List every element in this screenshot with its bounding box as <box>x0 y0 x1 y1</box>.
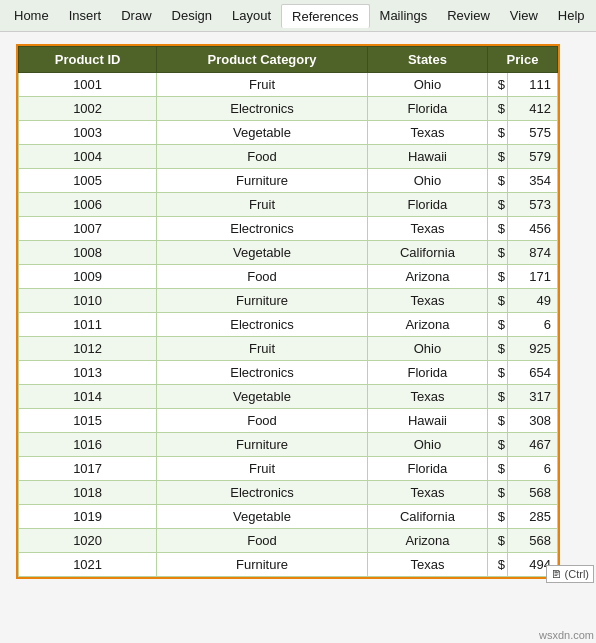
cell-product-category: Furniture <box>157 169 368 193</box>
cell-product-category: Electronics <box>157 97 368 121</box>
cell-product-category: Electronics <box>157 217 368 241</box>
cell-dollar-sign: $ <box>488 337 508 361</box>
cell-product-id: 1019 <box>19 505 157 529</box>
cell-product-id: 1017 <box>19 457 157 481</box>
menu-mailings[interactable]: Mailings <box>370 4 438 27</box>
cell-product-id: 1021 <box>19 553 157 577</box>
cell-state: Texas <box>367 481 487 505</box>
cell-state: Texas <box>367 385 487 409</box>
cell-dollar-sign: $ <box>488 385 508 409</box>
table-row: 1016FurnitureOhio$467 <box>19 433 558 457</box>
cell-product-category: Fruit <box>157 457 368 481</box>
cell-price-value: 111 <box>508 73 558 97</box>
cell-product-id: 1016 <box>19 433 157 457</box>
menu-help[interactable]: Help <box>548 4 595 27</box>
cell-product-id: 1001 <box>19 73 157 97</box>
table-row: 1013ElectronicsFlorida$654 <box>19 361 558 385</box>
cell-dollar-sign: $ <box>488 97 508 121</box>
cell-product-category: Electronics <box>157 313 368 337</box>
cell-product-id: 1011 <box>19 313 157 337</box>
table-row: 1006FruitFlorida$573 <box>19 193 558 217</box>
cell-product-category: Vegetable <box>157 385 368 409</box>
cell-dollar-sign: $ <box>488 169 508 193</box>
cell-product-category: Food <box>157 145 368 169</box>
cell-product-category: Fruit <box>157 337 368 361</box>
menu-review[interactable]: Review <box>437 4 500 27</box>
cell-price-value: 49 <box>508 289 558 313</box>
cell-product-id: 1007 <box>19 217 157 241</box>
table-row: 1011ElectronicsArizona$6 <box>19 313 558 337</box>
cell-price-value: 412 <box>508 97 558 121</box>
cell-dollar-sign: $ <box>488 73 508 97</box>
cell-product-id: 1012 <box>19 337 157 361</box>
cell-dollar-sign: $ <box>488 193 508 217</box>
cell-product-category: Furniture <box>157 433 368 457</box>
cell-price-value: 654 <box>508 361 558 385</box>
cell-price-value: 467 <box>508 433 558 457</box>
table-row: 1002ElectronicsFlorida$412 <box>19 97 558 121</box>
cell-product-id: 1003 <box>19 121 157 145</box>
menu-design[interactable]: Design <box>162 4 222 27</box>
menu-insert[interactable]: Insert <box>59 4 112 27</box>
table-row: 1017FruitFlorida$6 <box>19 457 558 481</box>
cell-product-id: 1015 <box>19 409 157 433</box>
cell-price-value: 456 <box>508 217 558 241</box>
table-row: 1019VegetableCalifornia$285 <box>19 505 558 529</box>
cell-product-id: 1006 <box>19 193 157 217</box>
cell-state: Texas <box>367 289 487 313</box>
data-table-container: Product ID Product Category States Price… <box>16 44 560 579</box>
cell-product-category: Food <box>157 265 368 289</box>
cell-dollar-sign: $ <box>488 433 508 457</box>
cell-product-id: 1004 <box>19 145 157 169</box>
cell-state: Ohio <box>367 169 487 193</box>
cell-state: Ohio <box>367 433 487 457</box>
menu-references[interactable]: References <box>281 4 369 28</box>
cell-state: Arizona <box>367 265 487 289</box>
table-row: 1007ElectronicsTexas$456 <box>19 217 558 241</box>
cell-dollar-sign: $ <box>488 505 508 529</box>
cell-price-value: 573 <box>508 193 558 217</box>
cell-price-value: 317 <box>508 385 558 409</box>
cell-product-category: Electronics <box>157 481 368 505</box>
cell-state: California <box>367 241 487 265</box>
cell-dollar-sign: $ <box>488 361 508 385</box>
cell-price-value: 925 <box>508 337 558 361</box>
cell-price-value: 171 <box>508 265 558 289</box>
cell-product-id: 1009 <box>19 265 157 289</box>
menu-bar: Home Insert Draw Design Layout Reference… <box>0 0 596 32</box>
table-row: 1001FruitOhio$111 <box>19 73 558 97</box>
col-header-states: States <box>367 47 487 73</box>
content-area: Product ID Product Category States Price… <box>0 32 596 643</box>
data-table: Product ID Product Category States Price… <box>18 46 558 577</box>
cell-product-category: Vegetable <box>157 121 368 145</box>
cell-dollar-sign: $ <box>488 457 508 481</box>
cell-state: Florida <box>367 361 487 385</box>
cell-product-id: 1008 <box>19 241 157 265</box>
watermark: wsxdn.com <box>539 629 594 641</box>
cell-state: Texas <box>367 121 487 145</box>
menu-draw[interactable]: Draw <box>111 4 161 27</box>
cell-price-value: 579 <box>508 145 558 169</box>
cell-state: Arizona <box>367 313 487 337</box>
cell-state: Ohio <box>367 337 487 361</box>
table-row: 1012FruitOhio$925 <box>19 337 558 361</box>
cell-price-value: 874 <box>508 241 558 265</box>
cell-dollar-sign: $ <box>488 145 508 169</box>
cell-dollar-sign: $ <box>488 217 508 241</box>
ctrl-indicator[interactable]: 🖹 (Ctrl) <box>546 565 595 583</box>
col-header-price: Price <box>488 47 558 73</box>
cell-state: Texas <box>367 553 487 577</box>
menu-layout[interactable]: Layout <box>222 4 281 27</box>
cell-product-category: Food <box>157 529 368 553</box>
cell-state: Florida <box>367 97 487 121</box>
cell-price-value: 285 <box>508 505 558 529</box>
cell-product-id: 1002 <box>19 97 157 121</box>
col-header-product-category: Product Category <box>157 47 368 73</box>
col-header-product-id: Product ID <box>19 47 157 73</box>
cell-product-category: Fruit <box>157 73 368 97</box>
menu-home[interactable]: Home <box>4 4 59 27</box>
menu-view[interactable]: View <box>500 4 548 27</box>
cell-dollar-sign: $ <box>488 289 508 313</box>
table-row: 1020FoodArizona$568 <box>19 529 558 553</box>
cell-price-value: 568 <box>508 481 558 505</box>
